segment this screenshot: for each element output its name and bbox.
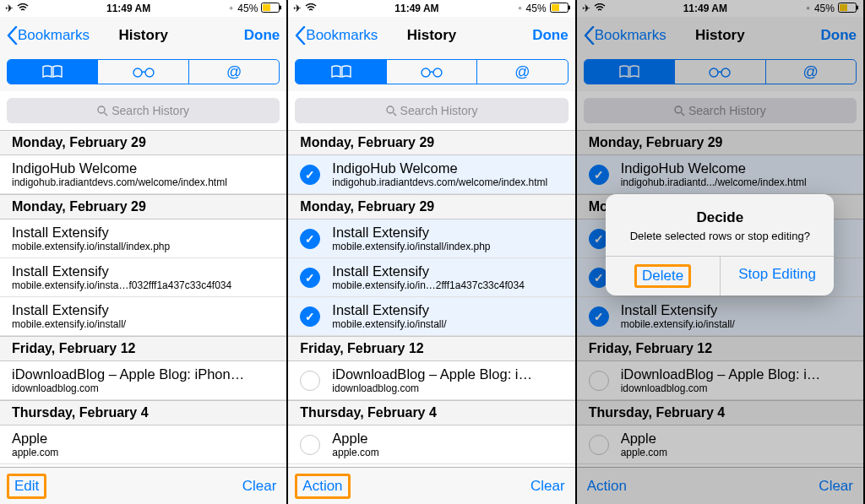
screen-2: ✈︎ 11:49 AM ᛭45% Bookmarks History Done … — [288, 0, 576, 504]
svg-rect-1 — [280, 5, 281, 9]
airplane-mode-icon: ✈︎ — [293, 3, 302, 14]
checkbox-icon[interactable] — [300, 268, 320, 288]
checkbox-icon[interactable] — [300, 435, 320, 455]
screen-3: ✈︎ 11:49 AM ᛭45% Bookmarks History Done … — [577, 0, 865, 504]
status-time: 11:49 AM — [106, 3, 150, 14]
alert-stop-editing-button[interactable]: Stop Editing — [720, 257, 835, 295]
battery-percent: 45% — [237, 3, 258, 14]
edit-button[interactable]: Edit — [7, 474, 46, 499]
clear-button[interactable]: Clear — [242, 478, 277, 495]
section-header: Thursday, February 4 — [288, 400, 574, 425]
search-placeholder: Search History — [400, 104, 478, 117]
search-input[interactable]: Search History — [295, 98, 568, 123]
book-icon — [41, 64, 64, 79]
book-icon — [329, 64, 353, 79]
back-label: Bookmarks — [18, 27, 90, 44]
nav-bar: Bookmarks History Done — [288, 17, 574, 54]
section-header: Monday, February 29 — [288, 130, 574, 155]
toolbar: Action Clear — [288, 467, 574, 504]
alert-delete-button[interactable]: Delete — [606, 257, 720, 295]
svg-rect-8 — [552, 4, 559, 11]
modal-overlay: Decide Delete selected rows or stop edit… — [577, 0, 863, 504]
checkbox-icon[interactable] — [300, 306, 320, 327]
decide-alert: Decide Delete selected rows or stop edit… — [606, 194, 834, 295]
checkbox-icon[interactable] — [300, 165, 320, 185]
history-row[interactable]: Install Extensifymobile.extensify.io/ins… — [288, 219, 574, 258]
svg-rect-2 — [263, 4, 270, 11]
back-button[interactable]: Bookmarks — [7, 26, 90, 45]
history-list: Monday, February 29 IndigoHub Welcomeind… — [0, 130, 286, 467]
search-icon — [386, 106, 397, 117]
search-icon — [97, 106, 108, 117]
history-row[interactable]: iDownloadBlog – Apple Blog: i…idownloadb… — [288, 361, 574, 400]
glasses-icon — [129, 64, 158, 79]
svg-point-9 — [422, 68, 430, 77]
alert-delete-label: Delete — [634, 264, 691, 288]
chevron-left-icon — [295, 26, 306, 45]
tab-reading-list[interactable] — [387, 60, 477, 84]
tab-bookmarks[interactable] — [8, 60, 98, 84]
battery-percent: 45% — [526, 3, 547, 14]
history-row[interactable]: IndigoHub Welcomeindigohub.iradiantdevs.… — [0, 155, 286, 194]
section-header: Friday, February 12 — [288, 336, 574, 361]
history-row[interactable]: iDownloadBlog – Apple Blog: iPhon…idownl… — [0, 361, 286, 400]
svg-point-4 — [145, 68, 154, 77]
at-icon: @ — [226, 63, 242, 81]
svg-point-10 — [433, 68, 442, 77]
at-icon: @ — [514, 63, 530, 81]
history-row[interactable]: Appleapple.com — [288, 425, 574, 464]
section-header: Monday, February 29 — [288, 194, 574, 219]
toolbar: Edit Clear — [0, 467, 286, 504]
done-button[interactable]: Done — [532, 27, 569, 44]
alert-title: Decide — [619, 209, 820, 226]
checkbox-icon[interactable] — [300, 229, 320, 249]
search-input[interactable]: Search History — [7, 98, 280, 123]
status-time: 11:49 AM — [394, 3, 438, 14]
battery-icon — [261, 3, 281, 15]
nav-bar: Bookmarks History Done — [0, 17, 286, 54]
tab-reading-list[interactable] — [98, 60, 188, 84]
checkbox-icon[interactable] — [300, 371, 320, 391]
history-row[interactable]: Install Extensifymobile.extensify.io/ins… — [288, 297, 574, 336]
history-row[interactable]: IndigoHub Welcomeindigohub.iradiantdevs.… — [288, 155, 574, 194]
bluetooth-icon: ᛭ — [517, 3, 523, 14]
status-bar: ✈︎ 11:49 AM ᛭45% — [288, 0, 574, 17]
battery-icon — [550, 3, 570, 15]
history-row[interactable]: Appleapple.com — [0, 425, 286, 464]
tab-shared-links[interactable]: @ — [189, 60, 279, 84]
action-button[interactable]: Action — [295, 474, 350, 499]
wifi-icon — [305, 3, 317, 14]
section-header: Thursday, February 4 — [0, 400, 286, 425]
section-header: Monday, February 29 — [0, 194, 286, 219]
chevron-left-icon — [7, 26, 18, 45]
history-row[interactable]: Install Extensifymobile.extensify.io/ins… — [0, 297, 286, 336]
alert-message: Delete selected rows or stop editing? — [619, 230, 820, 242]
done-button[interactable]: Done — [244, 27, 280, 44]
svg-point-3 — [133, 68, 142, 77]
clear-button[interactable]: Clear — [530, 478, 565, 495]
section-header: Monday, February 29 — [0, 130, 286, 155]
back-button[interactable]: Bookmarks — [295, 26, 378, 45]
section-header: Friday, February 12 — [0, 336, 286, 361]
svg-rect-7 — [569, 5, 570, 9]
svg-point-11 — [387, 106, 394, 113]
airplane-mode-icon: ✈︎ — [5, 3, 14, 14]
back-label: Bookmarks — [306, 27, 378, 44]
history-row[interactable]: Install Extensifymobile.extensify.io/in…… — [288, 258, 574, 297]
tab-bookmarks[interactable] — [296, 60, 386, 84]
status-bar: ✈︎ 11:49 AM ᛭ 45% — [0, 0, 286, 17]
bluetooth-icon: ᛭ — [228, 3, 234, 14]
history-list: Monday, February 29 IndigoHub Welcomeind… — [288, 130, 574, 467]
wifi-icon — [17, 3, 29, 14]
glasses-icon — [417, 64, 446, 79]
tab-shared-links[interactable]: @ — [477, 60, 567, 84]
svg-point-5 — [98, 106, 105, 113]
screen-1: ✈︎ 11:49 AM ᛭ 45% Bookmarks History Done… — [0, 0, 288, 504]
history-row[interactable]: Install Extensifymobile.extensify.io/ins… — [0, 219, 286, 258]
history-row[interactable]: Install Extensifymobile.extensify.io/ins… — [0, 258, 286, 297]
search-placeholder: Search History — [112, 104, 189, 117]
